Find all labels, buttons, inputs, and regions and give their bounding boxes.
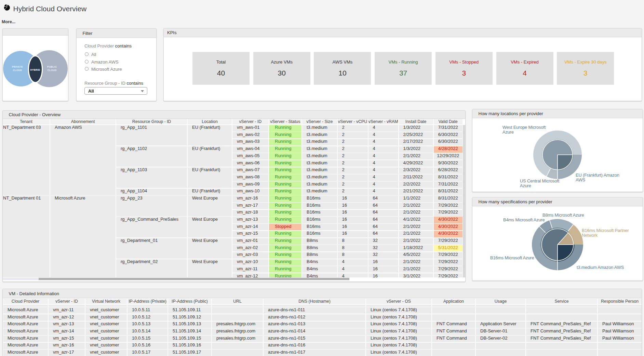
svg-text:PRIVATE: PRIVATE [12, 66, 23, 68]
svg-text:CLOUD: CLOUD [13, 69, 22, 71]
svg-text:HYBRID: HYBRID [30, 69, 40, 71]
svg-text:CLOUD: CLOUD [48, 69, 57, 71]
svg-text:PUBLIC: PUBLIC [47, 66, 57, 68]
